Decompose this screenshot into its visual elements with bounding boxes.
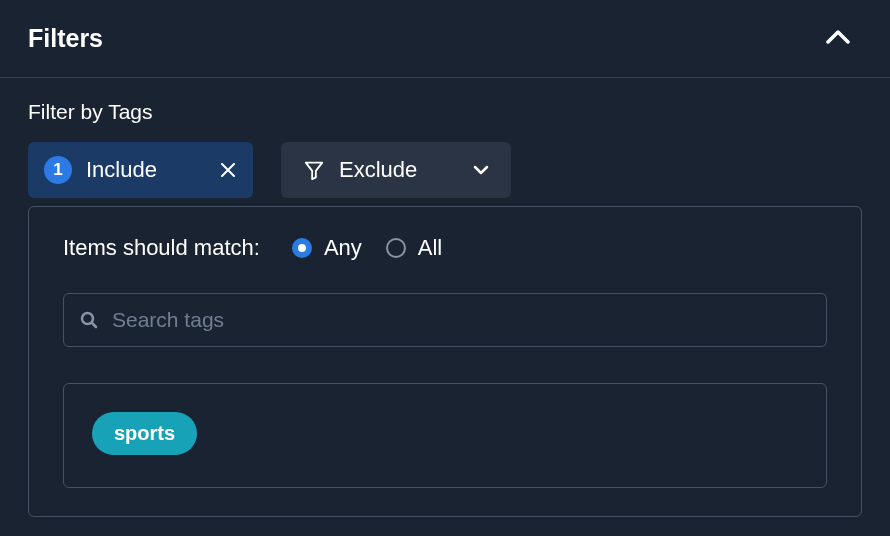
include-count-badge: 1	[44, 156, 72, 184]
radio-any-label: Any	[324, 235, 362, 261]
filter-by-tags-label: Filter by Tags	[28, 100, 862, 124]
search-icon	[80, 311, 98, 329]
search-tags-box[interactable]	[63, 293, 827, 347]
filter-icon	[303, 159, 325, 181]
radio-any[interactable]: Any	[292, 235, 362, 261]
match-label: Items should match:	[63, 235, 260, 261]
search-input[interactable]	[112, 308, 810, 332]
radio-any-input[interactable]	[292, 238, 312, 258]
close-icon[interactable]	[221, 163, 235, 177]
chevron-up-icon	[826, 30, 850, 48]
tab-include[interactable]: 1 Include	[28, 142, 253, 198]
include-panel: Items should match: Any All	[28, 206, 862, 517]
collapse-toggle[interactable]	[826, 30, 862, 48]
radio-all-label: All	[418, 235, 442, 261]
tag-pill-sports[interactable]: sports	[92, 412, 197, 455]
tab-exclude[interactable]: Exclude	[281, 142, 511, 198]
page-title: Filters	[28, 24, 103, 53]
tab-include-label: Include	[86, 157, 157, 183]
selected-tags-area: sports	[63, 383, 827, 488]
radio-all-input[interactable]	[386, 238, 406, 258]
radio-all[interactable]: All	[386, 235, 442, 261]
chevron-down-icon	[473, 165, 489, 175]
tab-exclude-label: Exclude	[339, 157, 417, 183]
